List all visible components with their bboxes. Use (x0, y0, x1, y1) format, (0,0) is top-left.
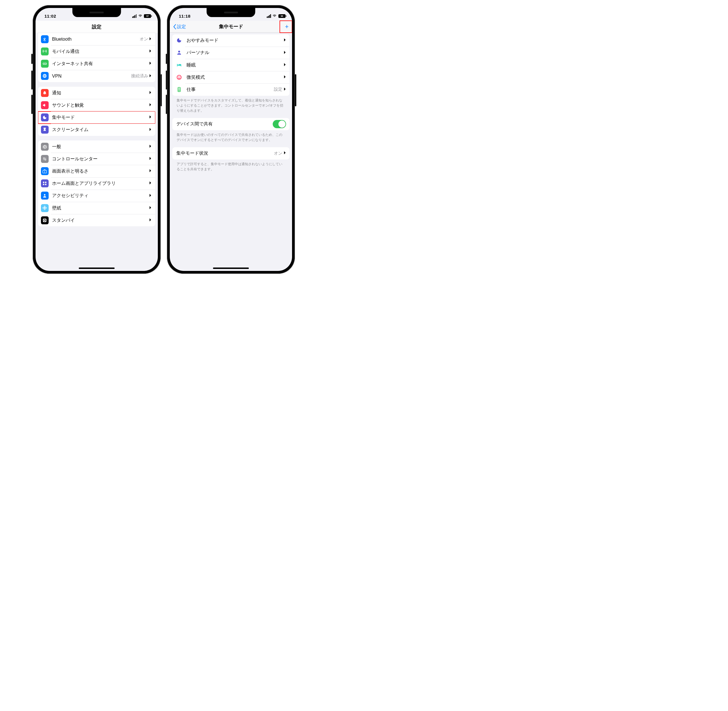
row-label: 画面表示と明るさ (52, 168, 149, 174)
cell-signal-icon (267, 14, 271, 18)
chevron-right-icon (284, 75, 286, 80)
row-label: アクセシビリティ (52, 192, 149, 199)
home-indicator[interactable] (79, 267, 115, 269)
settings-list[interactable]: Bluetoothオン モバイル通信 インターネット共有 VPN接続済み 通知 … (35, 33, 158, 226)
focus-status-row[interactable]: 集中モード状況 オン (172, 147, 289, 159)
chevron-right-icon (149, 103, 152, 108)
share-across-devices-row[interactable]: デバイス間で共有 (172, 118, 289, 130)
row-switches[interactable]: コントロールセンター (38, 153, 155, 165)
row-link[interactable]: インターネット共有 (38, 58, 155, 70)
row-label: パーソナル (186, 49, 284, 56)
settings-group-1: 通知 サウンドと触覚 集中モード スクリーンタイム (38, 87, 155, 136)
row-label: 壁紙 (52, 205, 149, 211)
share-label: デバイス間で共有 (176, 121, 273, 127)
status-label: 集中モード状況 (176, 150, 274, 156)
sound-icon (41, 101, 49, 109)
person-o-icon (175, 49, 183, 56)
volume-down (31, 95, 33, 114)
add-button[interactable]: + (285, 23, 289, 30)
status-time: 11:18 (175, 14, 190, 19)
row-smile[interactable]: 微笑模式 (172, 71, 289, 83)
row-person[interactable]: アクセシビリティ (38, 190, 155, 202)
row-flower[interactable]: 壁紙 (38, 202, 155, 214)
row-label: 仕事 (186, 86, 274, 93)
row-label: 通知 (52, 90, 149, 96)
badge-icon (175, 86, 183, 93)
phone-left: 11:02 97 設定 Bluetoothオン モバイル通信 インターネット共有… (33, 5, 161, 274)
row-hourglass[interactable]: スクリーンタイム (38, 124, 155, 136)
row-badge[interactable]: 仕事設定 (172, 83, 289, 96)
nav-bar: 設定 集中モード + (170, 21, 292, 33)
row-antenna[interactable]: モバイル通信 (38, 45, 155, 58)
link-icon (41, 60, 49, 68)
status-value: オン (274, 150, 282, 156)
chevron-right-icon (284, 38, 286, 43)
row-label: おやすみモード (186, 37, 284, 43)
row-standby[interactable]: スタンバイ (38, 214, 155, 226)
status-time: 11:02 (41, 14, 56, 19)
status-footer: アプリで許可すると、集中モード使用中は通知されないようにしていることを共有できま… (172, 159, 289, 172)
home-indicator[interactable] (213, 267, 249, 269)
hourglass-icon (41, 125, 49, 134)
row-bed[interactable]: 睡眠 (172, 59, 289, 71)
back-label: 設定 (177, 24, 186, 30)
chevron-right-icon (149, 37, 152, 41)
row-label: コントロールセンター (52, 156, 149, 162)
row-gear[interactable]: 一般 (38, 140, 155, 153)
row-label: Bluetooth (52, 36, 140, 42)
moon-icon (41, 114, 49, 121)
row-bell[interactable]: 通知 (38, 87, 155, 99)
row-globe[interactable]: VPN接続済み (38, 70, 155, 82)
row-sound[interactable]: サウンドと触覚 (38, 99, 155, 111)
bed-icon (175, 61, 183, 69)
phone-right: 11:18 96 設定 集中モード + おやすみモード パーソナル 睡眠 微笑模… (167, 5, 295, 274)
grid-icon (41, 179, 49, 187)
power-button (161, 74, 162, 106)
row-grid[interactable]: ホーム画面とアプリライブラリ (38, 177, 155, 190)
focus-modes-group: おやすみモード パーソナル 睡眠 微笑模式 仕事設定 (172, 34, 289, 96)
bell-icon (41, 89, 49, 97)
chevron-left-icon (173, 24, 177, 29)
chevron-right-icon (284, 51, 286, 55)
notch (72, 8, 121, 17)
modes-footer: 集中モードでデバイスをカスタマイズして、着信と通知を知らされないようにすることが… (172, 96, 289, 114)
person-icon (41, 192, 49, 199)
row-label: モバイル通信 (52, 48, 149, 55)
row-person-o[interactable]: パーソナル (172, 47, 289, 59)
chevron-right-icon (284, 151, 286, 155)
bluetooth-icon (41, 35, 49, 43)
chevron-right-icon (149, 193, 152, 198)
power-button (295, 74, 296, 106)
chevron-right-icon (149, 181, 152, 186)
volume-up (166, 71, 167, 90)
row-sun[interactable]: 画面表示と明るさ (38, 165, 155, 177)
row-moon-o[interactable]: おやすみモード (172, 34, 289, 47)
chevron-right-icon (149, 128, 152, 132)
globe-icon (41, 72, 49, 80)
status-icons: 97 (132, 14, 152, 19)
row-label: インターネット共有 (52, 60, 149, 67)
row-label: 微笑模式 (186, 74, 284, 80)
row-label: ホーム画面とアプリライブラリ (52, 180, 149, 186)
chevron-right-icon (284, 63, 286, 67)
smile-icon (175, 73, 183, 81)
back-button[interactable]: 設定 (173, 24, 186, 30)
volume-down (166, 95, 167, 114)
battery-icon: 96 (278, 14, 285, 18)
share-footer: 集中モードはお使いのすべてのデバイスで共有されているため、このデバイスでオンにす… (172, 130, 289, 143)
row-bluetooth[interactable]: Bluetoothオン (38, 33, 155, 45)
focus-list[interactable]: おやすみモード パーソナル 睡眠 微笑模式 仕事設定 集中モードでデバイスをカス… (170, 33, 292, 172)
sun-icon (41, 167, 49, 175)
wifi-icon (272, 14, 277, 19)
moon-o-icon (175, 36, 183, 44)
share-toggle-on[interactable] (273, 120, 286, 128)
notch (207, 8, 255, 17)
cell-signal-icon (132, 14, 136, 18)
row-value: オン (140, 36, 148, 42)
chevron-right-icon (149, 61, 152, 66)
row-label: 睡眠 (186, 62, 284, 68)
row-label: スクリーンタイム (52, 127, 149, 133)
row-moon[interactable]: 集中モード (38, 111, 155, 124)
chevron-right-icon (149, 169, 152, 173)
share-group: デバイス間で共有 (172, 118, 289, 130)
